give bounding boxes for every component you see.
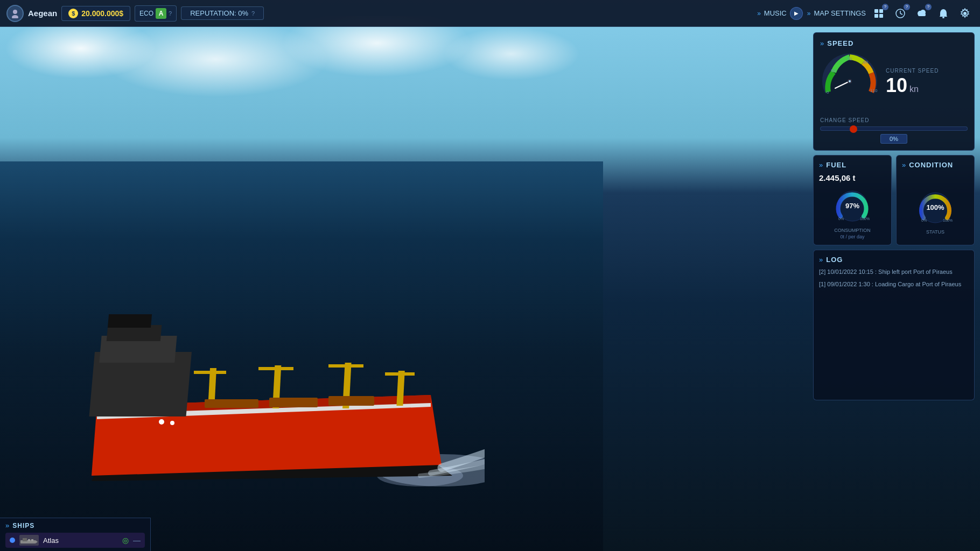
svg-text:110: 110 — [870, 88, 878, 93]
svg-text:100%: 100% — [860, 217, 870, 221]
map-settings-label: MAP SETTINGS — [814, 9, 866, 17]
svg-point-44 — [849, 80, 851, 82]
money-display: $ 20.000.000$ — [61, 6, 130, 21]
map-settings-chevron-icon: » — [807, 10, 811, 17]
change-speed-label: CHANGE SPEED — [820, 117, 968, 123]
money-value: 20.000.000$ — [81, 9, 123, 18]
eco-grade: A — [156, 8, 166, 19]
ship-list-item[interactable]: Atlas ◎ — — [5, 533, 145, 548]
svg-rect-17 — [385, 372, 415, 376]
eco-help-icon[interactable]: ? — [169, 10, 172, 17]
eco-badge[interactable]: ECO A ? — [135, 5, 177, 22]
svg-rect-55 — [23, 538, 27, 541]
condition-panel: » CONDITION — [896, 155, 975, 245]
map-settings-button[interactable]: » MAP SETTINGS — [807, 9, 866, 17]
fuel-consumption-value: 0t / per day — [819, 234, 886, 239]
svg-rect-9 — [108, 314, 152, 328]
condition-panel-header: » CONDITION — [902, 161, 969, 169]
svg-rect-57 — [31, 539, 33, 541]
speed-slider[interactable] — [820, 126, 968, 131]
speed-pct-badge: 0% — [880, 134, 907, 144]
svg-text:50: 50 — [831, 68, 836, 73]
log-entry: [1] 09/01/2022 1:30 : Loading Cargo at P… — [819, 280, 969, 288]
log-entry: [2] 10/01/2022 10:15 : Ship left port Po… — [819, 268, 969, 276]
weather-button[interactable]: ? — [913, 5, 930, 22]
svg-rect-34 — [918, 13, 926, 16]
settings-button[interactable] — [956, 5, 974, 22]
condition-chevron-icon: » — [902, 161, 906, 169]
condition-gauge-container: 0% 100% 100% — [902, 188, 969, 227]
player-section: Aegean — [6, 5, 57, 22]
cloud-layer — [0, 16, 603, 156]
fuel-panel-title: FUEL — [826, 161, 846, 169]
speedometer: 0 50 70 90 110 — [820, 52, 879, 111]
clock-help-badge: ? — [904, 4, 910, 10]
clock-button[interactable]: ? — [892, 5, 909, 22]
speed-content: 0 50 70 90 110 CURRENT SPEED 10 kn — [820, 52, 968, 111]
speed-info: CURRENT SPEED 10 kn — [886, 68, 968, 95]
fuel-gauge-container: 0% 100% 97% — [819, 187, 886, 225]
svg-rect-20 — [328, 396, 374, 406]
ship-dot — [10, 538, 15, 543]
svg-rect-56 — [28, 539, 30, 541]
svg-rect-28 — [879, 14, 883, 18]
eco-label: ECO — [139, 10, 153, 17]
svg-rect-26 — [879, 9, 883, 13]
svg-rect-19 — [269, 398, 318, 407]
svg-point-21 — [158, 419, 165, 425]
log-panel-title: LOG — [826, 256, 843, 264]
fuel-condition-row: » FUEL 2.445,06 t — [813, 155, 975, 245]
ship-icon — [19, 535, 39, 546]
grid-view-button[interactable]: ? — [870, 5, 887, 22]
ships-title: SHIPS — [12, 522, 34, 529]
svg-text:90: 90 — [863, 60, 868, 65]
right-panels: » SPEED 0 50 70 90 — [813, 32, 975, 400]
fuel-panel: » FUEL 2.445,06 t — [813, 155, 892, 245]
svg-rect-18 — [205, 399, 258, 408]
svg-text:70: 70 — [847, 56, 852, 61]
music-section: » MUSIC ▶ — [757, 7, 803, 20]
speed-panel: » SPEED 0 50 70 90 — [813, 32, 975, 151]
notification-button[interactable] — [935, 5, 952, 22]
music-chevron-icon: » — [757, 10, 761, 17]
svg-rect-25 — [874, 9, 878, 13]
svg-line-31 — [900, 13, 902, 15]
weather-help-badge: ? — [925, 4, 932, 10]
ships-header: » SHIPS — [5, 521, 145, 529]
fuel-panel-header: » FUEL — [819, 161, 886, 169]
log-panel-header: » LOG — [819, 256, 969, 264]
log-chevron-icon: » — [819, 256, 823, 264]
svg-text:100%: 100% — [926, 203, 944, 211]
speed-unit: kn — [909, 84, 919, 94]
svg-rect-11 — [194, 371, 226, 374]
current-speed-value: 10 — [886, 76, 907, 95]
speed-chevron-icon: » — [820, 39, 824, 47]
reputation-help-icon[interactable]: ? — [251, 10, 255, 17]
svg-rect-27 — [874, 14, 878, 18]
ships-chevron-icon: » — [5, 521, 9, 529]
grid-help-badge: ? — [882, 4, 888, 10]
speed-panel-title: SPEED — [827, 39, 853, 47]
ships-bar: » SHIPS Atlas ◎ — — [0, 518, 151, 551]
player-avatar — [6, 5, 24, 22]
reputation-label: REPUTATION: 0% — [190, 9, 248, 17]
svg-point-23 — [13, 10, 17, 14]
svg-point-36 — [963, 12, 967, 15]
money-icon: $ — [68, 9, 78, 18]
svg-point-24 — [12, 15, 18, 18]
log-entries: [2] 10/01/2022 10:15 : Ship left port Po… — [819, 268, 969, 289]
svg-text:0%: 0% — [838, 217, 844, 221]
reputation-display: REPUTATION: 0% ? — [181, 6, 264, 20]
speed-slider-thumb[interactable] — [850, 125, 857, 133]
svg-text:0: 0 — [827, 90, 829, 95]
speed-panel-header: » SPEED — [820, 39, 968, 47]
music-play-button[interactable]: ▶ — [790, 7, 803, 20]
change-speed-section: CHANGE SPEED 0% — [820, 117, 968, 144]
ship-speed-icon: — — [133, 536, 141, 545]
ship-visual — [54, 266, 485, 508]
condition-status-label: STATUS — [902, 229, 969, 235]
player-name: Aegean — [28, 9, 57, 18]
fuel-consumption-label: CONSUMPTION — [819, 228, 886, 233]
log-panel: » LOG [2] 10/01/2022 10:15 : Ship left p… — [813, 250, 975, 400]
condition-panel-title: CONDITION — [909, 161, 953, 169]
